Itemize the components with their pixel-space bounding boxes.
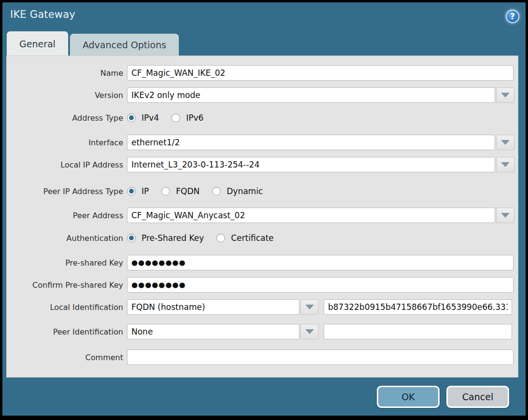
title-bar: IKE Gateway ?: [2, 2, 526, 30]
chevron-down-icon: [501, 162, 510, 167]
radio-selected-icon[interactable]: [127, 113, 136, 122]
help-icon[interactable]: ?: [506, 10, 519, 23]
peer-address-dropdown-button[interactable]: [496, 208, 514, 223]
interface-label: Interface: [6, 138, 127, 147]
radio-option-ip[interactable]: IP: [127, 186, 149, 196]
radio-option-certificate[interactable]: Certificate: [216, 233, 273, 243]
peer-ip-address-type-label: Peer IP Address Type: [6, 187, 127, 196]
peer-identification-type-select[interactable]: [127, 324, 300, 339]
local-ip-address-label: Local IP Address: [6, 160, 127, 169]
local-identification-type-select[interactable]: [127, 299, 300, 315]
peer-identification-label: Peer Identification: [6, 327, 127, 336]
radio-option-pre-shared-key[interactable]: Pre-Shared Key: [127, 233, 204, 243]
radio-label-fqdn: FQDN: [176, 186, 200, 196]
confirm-pre-shared-key-label: Confirm Pre-shared Key: [6, 280, 127, 290]
name-label: Name: [6, 69, 127, 78]
pre-shared-key-label: Pre-shared Key: [6, 258, 127, 267]
radio-selected-icon[interactable]: [127, 234, 136, 242]
row-comment: Comment: [6, 350, 514, 365]
peer-identification-dropdown-button[interactable]: [300, 324, 319, 339]
row-local-ip-address: Local IP Address: [6, 157, 514, 172]
authentication-label: Authentication: [6, 234, 127, 243]
comment-input[interactable]: [127, 350, 514, 365]
confirm-pre-shared-key-input[interactable]: [127, 277, 514, 293]
name-input[interactable]: [127, 65, 514, 81]
radio-label-pre-shared-key: Pre-Shared Key: [142, 233, 204, 243]
chevron-down-icon: [501, 140, 510, 145]
row-name: Name: [6, 65, 514, 81]
radio-label-dynamic: Dynamic: [227, 186, 263, 196]
local-identification-value-input[interactable]: [324, 299, 512, 315]
row-interface: Interface: [6, 135, 514, 150]
chevron-down-icon: [501, 93, 510, 98]
radio-unselected-icon[interactable]: [171, 113, 180, 122]
dialog-title: IKE Gateway: [10, 9, 75, 20]
tab-advanced-options[interactable]: Advanced Options: [70, 34, 179, 56]
chevron-down-icon: [305, 329, 314, 334]
general-tab-panel: Name Version Address Type IPv4 IPv6: [6, 56, 518, 378]
radio-option-dynamic[interactable]: Dynamic: [212, 186, 263, 196]
authentication-radio-group: Pre-Shared Key Certificate: [127, 233, 274, 243]
row-address-type: Address Type IPv4 IPv6: [6, 110, 203, 126]
local-identification-dropdown-button[interactable]: [300, 299, 319, 315]
address-type-radio-group: IPv4 IPv6: [127, 113, 203, 123]
peer-ip-address-type-radio-group: IP FQDN Dynamic: [127, 186, 263, 196]
radio-unselected-icon[interactable]: [212, 187, 221, 196]
radio-unselected-icon[interactable]: [216, 234, 225, 242]
radio-label-ip: IP: [142, 186, 149, 196]
radio-selected-icon[interactable]: [127, 187, 136, 196]
peer-identification-value-input[interactable]: [324, 324, 512, 339]
local-ip-address-select[interactable]: [127, 157, 495, 172]
row-pre-shared-key: Pre-shared Key: [6, 255, 514, 270]
local-ip-address-dropdown-button[interactable]: [496, 157, 514, 172]
pre-shared-key-input[interactable]: [127, 255, 514, 270]
ike-gateway-dialog: IKE Gateway ? General Advanced Options N…: [2, 2, 526, 416]
radio-option-ipv6[interactable]: IPv6: [171, 113, 203, 123]
chevron-down-icon: [305, 305, 314, 309]
cancel-button[interactable]: Cancel: [446, 386, 509, 408]
radio-option-fqdn[interactable]: FQDN: [161, 186, 200, 196]
version-select[interactable]: [127, 87, 495, 103]
row-peer-ip-address-type: Peer IP Address Type IP FQDN Dynamic: [6, 183, 263, 199]
row-peer-address: Peer Address: [6, 208, 514, 223]
radio-option-ipv4[interactable]: IPv4: [127, 113, 159, 123]
ok-button[interactable]: OK: [377, 386, 440, 408]
radio-label-ipv4: IPv4: [142, 113, 159, 123]
local-identification-label: Local Identification: [6, 303, 127, 312]
peer-address-select[interactable]: [127, 208, 495, 223]
radio-label-certificate: Certificate: [231, 233, 273, 243]
version-label: Version: [6, 91, 127, 100]
row-authentication: Authentication Pre-Shared Key Certificat…: [6, 230, 274, 246]
tab-strip: General Advanced Options: [7, 31, 179, 56]
row-version: Version: [6, 87, 514, 103]
row-peer-identification: Peer Identification: [6, 324, 512, 339]
tab-general[interactable]: General: [7, 31, 68, 56]
radio-label-ipv6: IPv6: [186, 113, 203, 123]
comment-label: Comment: [6, 353, 127, 362]
row-confirm-pre-shared-key: Confirm Pre-shared Key: [6, 277, 514, 293]
interface-dropdown-button[interactable]: [496, 135, 514, 150]
address-type-label: Address Type: [6, 113, 127, 123]
radio-unselected-icon[interactable]: [161, 187, 170, 196]
peer-address-label: Peer Address: [6, 211, 127, 220]
row-local-identification: Local Identification: [6, 299, 512, 315]
version-dropdown-button[interactable]: [496, 87, 514, 103]
interface-select[interactable]: [127, 135, 495, 150]
chevron-down-icon: [501, 213, 510, 218]
